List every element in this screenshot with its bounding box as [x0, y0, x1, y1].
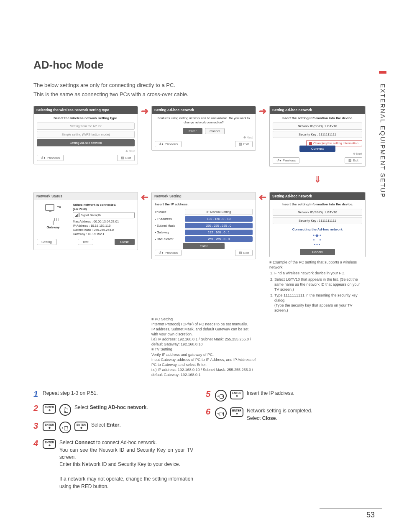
next-hint: Next: [273, 152, 362, 156]
enter-remote-button[interactable]: ENTER: [43, 422, 56, 431]
dns-label: • DNS Server: [155, 237, 182, 241]
step-2-number: 2: [33, 404, 39, 412]
subnet-label: • Subnet Mask: [155, 224, 182, 228]
dns-value[interactable]: 255 . 255 . 0 . 0: [185, 236, 253, 242]
ipmode-value[interactable]: IP Manual Setting: [185, 209, 253, 215]
gateway-value[interactable]: 192 . 168 . 0 . 1: [185, 230, 253, 235]
step-4-text: Select Connect to connect Ad-hoc network…: [59, 439, 193, 490]
enter-button[interactable]: Enter: [183, 243, 224, 249]
panel-info-subtitle: Insert the setting information into the …: [273, 116, 362, 120]
option-ap-list[interactable]: Setting from the AP list: [37, 123, 135, 130]
panel-select-title: Selecting the wireless network setting t…: [34, 106, 138, 114]
tv-label: TV: [57, 205, 61, 209]
panel-netset-subtitle: Insert the IP address.: [155, 202, 253, 206]
ssid-text: (LGTV10): [73, 207, 135, 211]
side-title: EXTERNAL EQUIPMENT SETUP: [379, 84, 386, 198]
gateway-label: • Gateway: [155, 230, 182, 234]
enter-remote-button[interactable]: ENTER: [43, 439, 56, 449]
test-button[interactable]: Test: [78, 239, 93, 245]
enter-remote-button[interactable]: ENTER: [230, 390, 243, 399]
subnet-value[interactable]: 255 . 255 . 255 . 0: [185, 223, 253, 228]
enter-remote-button[interactable]: ENTER: [74, 422, 88, 431]
arrow-right-icon: ➜: [138, 106, 151, 117]
side-accent: [379, 71, 386, 74]
next-hint: Next: [37, 150, 135, 153]
panel-confirm-title: Setting Ad-hoc network: [152, 106, 256, 114]
exit-button[interactable]: ▧Exit: [235, 141, 253, 147]
panel-network-setting: Network Setting Insert the IP address. I…: [151, 192, 256, 259]
gateway-info: Gateway : 10.19.152.1: [73, 232, 135, 236]
step-5-text: Insert the IP address.: [247, 390, 294, 397]
option-adhoc[interactable]: Setting Ad-hoc network: [37, 139, 135, 146]
panel-info-title: Setting Ad-hoc network: [270, 106, 365, 114]
page-footer-line: [320, 508, 382, 509]
previous-button[interactable]: ↺●Previous: [155, 250, 182, 256]
step-1-number: 1: [33, 390, 39, 398]
previous-button[interactable]: ↺●Previous: [155, 141, 182, 147]
step-6-number: 6: [206, 407, 212, 416]
arrow-right-icon: ➜: [256, 106, 269, 117]
connected-text: Adhoc network is connected.: [73, 203, 135, 207]
close-button[interactable]: Close: [115, 239, 135, 245]
intro-text: The below settings are only for connecti…: [33, 81, 366, 99]
tv-icon: [45, 204, 54, 211]
cancel-button[interactable]: Cancel: [205, 128, 225, 134]
exit-button[interactable]: ▧Exit: [117, 155, 135, 161]
ssid-row: Network ID(SSID) : LGTV10: [273, 123, 362, 130]
ip-info: IP Address : 10.19.152.115: [73, 224, 135, 228]
signal-bars-icon: [75, 213, 79, 217]
ipaddr-label: • IP Address: [155, 217, 182, 221]
dpad-leftright-icon[interactable]: [59, 422, 71, 433]
example-notes: ■ Example of the PC setting that support…: [269, 260, 366, 313]
option-wps[interactable]: Simple setting (WPS-button mode): [37, 131, 135, 138]
panel-confirm-text: Features using exiting network can be un…: [155, 116, 253, 125]
panel-select-type: Selecting the wireless network setting t…: [33, 106, 138, 164]
panel-netset-title: Network Setting: [152, 192, 256, 200]
arrow-left-icon: ➜: [256, 192, 269, 203]
gateway-label: Gateway: [47, 225, 60, 229]
connecting-text: Connecting the Ad-hoc network: [273, 228, 362, 231]
cancel-button[interactable]: Cancel: [300, 249, 335, 255]
step-3-number: 3: [33, 422, 39, 430]
mac-info: Mac Address : 00:00:13:64:23:01: [73, 220, 135, 223]
enter-button[interactable]: Enter: [183, 128, 202, 134]
step-2-text: Select Setting AD-hoc network.: [74, 404, 148, 411]
step-3-text: Select Enter.: [91, 422, 121, 429]
gateway-icon: [53, 220, 54, 225]
panel-confirm: Setting Ad-hoc network Features using ex…: [151, 106, 256, 151]
exit-button[interactable]: ▧Exit: [235, 250, 253, 256]
page-title: AD-hoc Mode: [33, 59, 366, 72]
panel-info2-title: Setting Ad-hoc network: [270, 192, 365, 200]
key-row: Security Key : 1111111111: [273, 217, 362, 224]
exit-button[interactable]: ▧Exit: [345, 157, 362, 164]
step-6-text: Network setting is completed. Select Clo…: [247, 407, 312, 422]
panel-adhoc-info: Setting Ad-hoc network Insert the settin…: [269, 106, 366, 167]
ssid-row: Network ID(SSID) : LGTV10: [273, 209, 362, 216]
previous-button[interactable]: ↺●Previous: [37, 155, 64, 161]
subnet-info: Subnet Mask : 255.255.254.0: [73, 228, 135, 232]
panel-network-status: Network Status TV Gateway Adhoc network …: [33, 192, 138, 250]
enter-remote-button[interactable]: ENTER: [43, 404, 56, 414]
key-row: Security Key : 1111111111: [273, 131, 362, 138]
panel-info2-subtitle: Insert the setting information into the …: [273, 202, 362, 206]
previous-button[interactable]: ↺●Previous: [273, 157, 299, 164]
panel-select-subtitle: Select the wireless network setting type…: [37, 116, 135, 120]
panel-status-title: Network Status: [34, 192, 138, 200]
arrow-down-icon: ⇓: [269, 173, 366, 186]
dpad-leftright-icon[interactable]: [215, 390, 227, 402]
setting-button[interactable]: Setting: [37, 239, 56, 245]
ipmode-label: IP Mode: [155, 210, 182, 214]
arrow-left-icon: ➜: [138, 192, 151, 203]
pc-setting-notes: ■ PC Setting Internet Protocol(TCP/IP) o…: [151, 317, 256, 378]
signal-strength-button[interactable]: Signal Strength: [73, 212, 135, 218]
panel-adhoc-connecting: Setting Ad-hoc network Insert the settin…: [269, 192, 366, 257]
connect-button[interactable]: Connect: [299, 146, 335, 152]
step-5-number: 5: [206, 390, 212, 398]
enter-remote-button[interactable]: ENTER: [230, 407, 243, 417]
step-4-number: 4: [33, 439, 39, 448]
ipaddr-value[interactable]: 192 . 168 . 0 . 10: [185, 216, 253, 222]
connecting-dots-icon: •◆•• ••••: [273, 233, 362, 247]
dpad-updown-icon[interactable]: [59, 404, 71, 416]
dpad-leftright-icon[interactable]: [215, 407, 227, 419]
next-hint: Next: [155, 136, 253, 139]
